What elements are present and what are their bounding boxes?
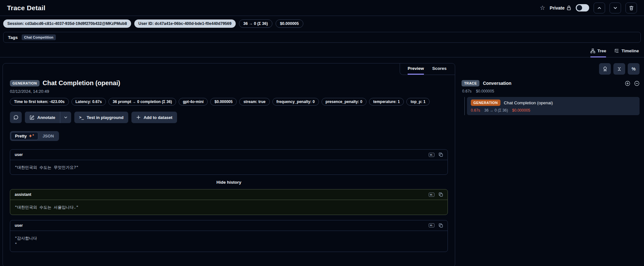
format-pretty-label: Pretty — [15, 134, 27, 138]
privacy-indicator: Private — [550, 5, 571, 11]
observation-title: Chat Completion (openai) — [43, 79, 120, 87]
annotate-dropdown-button[interactable] — [60, 112, 71, 123]
add-to-dataset-button[interactable]: Add to dataset — [131, 112, 177, 123]
collapse-icon — [617, 67, 622, 71]
message-role: user — [15, 152, 23, 157]
copy-icon[interactable] — [439, 152, 443, 157]
expand-collapse-controls — [625, 81, 640, 86]
meta-badge-model[interactable]: gpt-4o-mini — [179, 98, 208, 106]
chevron-down-icon — [613, 6, 618, 10]
message-user-2: user M↓ "감사합니다 " — [10, 220, 448, 252]
trace-root-row[interactable]: TRACE Conversation — [462, 80, 640, 86]
trace-type-badge: TRACE — [462, 80, 479, 86]
next-trace-button[interactable] — [610, 3, 621, 13]
tree-node-row: GENERATION Chat Completion (openai) 0.67… — [462, 97, 640, 115]
node-header: GENERATION Chat Completion (openai) — [471, 100, 636, 106]
page-title: Trace Detail — [7, 4, 45, 12]
message-header-icons: M↓ — [429, 192, 443, 197]
markdown-toggle-icon[interactable]: M↓ — [429, 193, 434, 197]
tree-icon — [590, 48, 595, 53]
prev-trace-button[interactable] — [594, 3, 605, 13]
observation-actions: Annotate >_ Test in playground — [10, 112, 448, 123]
tab-tree-label: Tree — [597, 48, 606, 53]
message-role: assistant — [15, 192, 31, 197]
trace-tree-panel: % TRACE Conversation — [455, 63, 644, 115]
comments-button[interactable] — [10, 112, 22, 123]
tags-row: Tags Chat Competition — [3, 32, 641, 43]
node-metrics: 0.67s 36 → 0 (Σ 36) $0.000005 — [471, 108, 636, 113]
annotate-button[interactable]: Annotate — [25, 112, 60, 123]
minus-circle-icon[interactable] — [634, 81, 640, 86]
trace-metrics: 0.67s $0.000005 — [462, 89, 640, 93]
generation-type-badge: GENERATION — [471, 100, 500, 106]
hide-history-button[interactable]: Hide history — [10, 180, 448, 185]
observation-meta-badges: Time to first token: -423.00s Latency: 0… — [10, 98, 444, 106]
meta-badge-top-p: top_p: 1 — [406, 98, 430, 106]
content-area: Preview Scores GENERATION Chat Completio… — [0, 57, 644, 266]
trash-icon — [629, 5, 634, 11]
message-content: "대한민국의 수도는 무엇인가요?" — [10, 160, 448, 174]
collapse-all-button[interactable] — [613, 63, 625, 75]
meta-badge-frequency-penalty: frequency_penalty: 0 — [272, 98, 319, 106]
format-toggle: Pretty ✦✦ JSON — [10, 131, 59, 141]
tab-timeline[interactable]: Timeline — [614, 48, 639, 57]
tree-connector-line — [464, 97, 465, 115]
node-cost: $0.000005 — [512, 108, 530, 113]
view-mode-tabs: Tree Timeline — [0, 43, 644, 57]
toggle-knob — [577, 5, 582, 11]
tab-tree[interactable]: Tree — [590, 48, 606, 57]
trace-title: Conversation — [483, 81, 511, 86]
meta-badge-ttft: Time to first token: -423.00s — [10, 98, 69, 106]
star-icon[interactable]: ☆ — [540, 4, 545, 11]
copy-icon[interactable] — [439, 192, 443, 197]
user-id-badge[interactable]: User ID: dc47a41e-06bc-400d-bde1-f0e440d… — [134, 19, 236, 28]
meta-badge-stream: stream: true — [239, 98, 270, 106]
lock-icon — [566, 5, 571, 11]
markdown-toggle-icon[interactable]: M↓ — [429, 223, 434, 227]
plus-icon — [136, 115, 141, 120]
privacy-label: Private — [550, 5, 565, 11]
percent-icon: % — [632, 66, 635, 71]
tag-chip[interactable]: Chat Competition — [22, 34, 56, 40]
generation-tree-node[interactable]: GENERATION Chat Completion (openai) 0.67… — [467, 97, 640, 115]
message-header: user M↓ — [10, 150, 448, 160]
preview-scores-tabs: Preview Scores — [400, 63, 455, 75]
format-pretty[interactable]: Pretty ✦✦ — [11, 132, 38, 140]
node-title: Chat Completion (openai) — [504, 100, 553, 105]
tab-scores[interactable]: Scores — [432, 66, 447, 75]
format-json[interactable]: JSON — [38, 132, 58, 140]
observation-header: GENERATION Chat Completion (openai) — [10, 79, 448, 87]
page-header: Trace Detail ☆ Private — [0, 0, 644, 16]
message-header: user M↓ — [10, 220, 448, 231]
message-header-icons: M↓ — [429, 152, 443, 157]
tags-label: Tags — [8, 35, 18, 40]
messages-list: user M↓ "대한민국의 수도는 무엇인가요?" — [10, 149, 448, 252]
session-badge[interactable]: Session: cd3abcd6-c81c-4037-935d-19d9f27… — [3, 19, 131, 28]
add-to-dataset-label: Add to dataset — [144, 115, 172, 120]
node-tokens: 36 → 0 (Σ 36) — [484, 108, 508, 113]
scores-toggle-button[interactable] — [599, 63, 611, 75]
generation-type-badge: GENERATION — [10, 80, 40, 86]
identifier-badges-row: Session: cd3abcd6-c81c-4037-935d-19d9f27… — [0, 16, 644, 31]
message-assistant: assistant M↓ "대한민국의 수도는 서울입니다." — [10, 189, 448, 215]
observation-timestamp: 02/12/2024, 14:20:49 — [10, 89, 448, 94]
public-toggle[interactable] — [576, 4, 589, 11]
chevron-down-icon — [64, 115, 68, 119]
trace-detail-page: Trace Detail ☆ Private — [0, 0, 644, 266]
comment-icon — [13, 115, 19, 120]
delete-trace-button[interactable] — [625, 3, 637, 13]
timeline-icon — [614, 48, 619, 53]
message-header-icons: M↓ — [429, 223, 443, 228]
meta-badge-temperature: temperature: 1 — [369, 98, 404, 106]
plus-circle-icon[interactable] — [625, 81, 630, 86]
node-latency: 0.67s — [471, 108, 480, 113]
annotate-label: Annotate — [37, 115, 55, 120]
markdown-toggle-icon[interactable]: M↓ — [429, 153, 434, 157]
tab-preview[interactable]: Preview — [408, 66, 424, 75]
copy-icon[interactable] — [439, 223, 443, 228]
annotate-split-button: Annotate — [25, 112, 71, 123]
observation-preview-panel: Preview Scores GENERATION Chat Completio… — [3, 63, 455, 266]
token-usage-badge: 36 → 0 (Σ 36) — [239, 19, 272, 28]
test-in-playground-button[interactable]: >_ Test in playground — [74, 112, 128, 123]
show-percent-button[interactable]: % — [628, 63, 640, 75]
